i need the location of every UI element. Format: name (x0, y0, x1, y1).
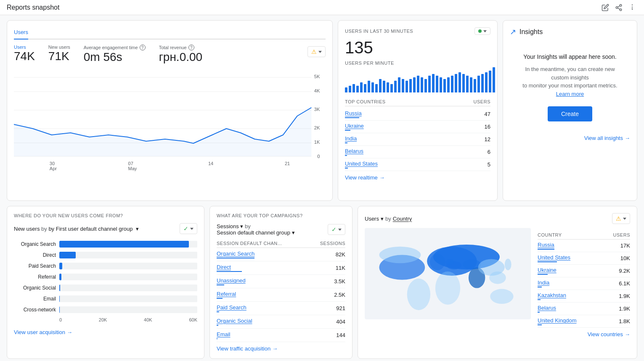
country-count: 47 (485, 111, 490, 117)
country-count: 5 (488, 161, 490, 168)
view-realtime-link[interactable]: View realtime → (345, 174, 490, 181)
country-value: 9.2K (619, 268, 630, 274)
bar (398, 77, 400, 92)
svg-point-26 (379, 247, 421, 264)
country-table-row: United Kingdom 1.8K (538, 315, 630, 328)
country-name[interactable]: Belarus (345, 148, 363, 154)
hbar-row-paid-search: Paid Search (14, 263, 197, 269)
bar (413, 77, 416, 92)
bar (474, 79, 476, 92)
revenue-info-icon[interactable]: ? (188, 45, 194, 50)
country-name[interactable]: Belarus (538, 305, 556, 311)
realtime-dropdown[interactable] (474, 27, 490, 35)
country-name[interactable]: India (538, 279, 549, 286)
bar (432, 74, 435, 92)
country-name[interactable]: United States (538, 254, 570, 261)
chevron-down-icon[interactable]: ▾ (240, 223, 243, 229)
hbar-label: Direct (14, 252, 56, 258)
campaigns-title: Sessions ▾ by (217, 223, 295, 229)
session-value: 82K (336, 251, 345, 258)
session-row: Direct 11K (217, 261, 345, 275)
check-icon: ✓ (331, 226, 337, 233)
country-count: 6 (488, 149, 490, 155)
session-bar (217, 258, 254, 258)
country-bar (538, 261, 557, 262)
arrow-right-icon: → (625, 135, 630, 141)
session-value: 2.5K (334, 292, 345, 298)
bar (470, 77, 472, 92)
country-name[interactable]: Ukraine (345, 123, 364, 129)
chevron-down-icon[interactable]: ▾ (136, 226, 139, 232)
learn-more-link[interactable]: Learn more (556, 91, 584, 97)
hbar-row-email: Email (14, 295, 197, 302)
acquisition-title: New users by by First user default chann… (14, 226, 139, 232)
hbar-fill (59, 241, 189, 248)
campaigns-section-title: WHAT ARE YOUR TOP CAMPAIGNS? (217, 213, 345, 218)
country-name[interactable]: Ukraine (538, 267, 557, 273)
session-name[interactable]: Organic Social (217, 318, 252, 324)
country-name[interactable]: India (345, 135, 357, 142)
view-traffic-link[interactable]: View traffic acquisition → (217, 345, 345, 352)
more-icon[interactable] (627, 3, 637, 13)
insights-card: ↗ Insights Your Insights will appear her… (503, 20, 637, 201)
view-acquisition-link[interactable]: View user acquisition → (14, 329, 197, 335)
hbar-track (59, 241, 197, 248)
session-row: Unassigned 3.5K (217, 275, 345, 288)
view-countries-link[interactable]: View countries → (365, 331, 630, 337)
tab-users[interactable]: Users (14, 27, 28, 40)
session-name[interactable]: Referral (217, 291, 236, 297)
hbar-row-referral: Referral (14, 274, 197, 280)
session-name[interactable]: Email (217, 331, 231, 337)
hbar-track (59, 295, 197, 302)
hbar-track (59, 285, 197, 291)
country-bar (538, 299, 541, 300)
bar (345, 87, 347, 92)
country-value: 10K (620, 255, 630, 261)
chart-x-labels: 30Apr 07May 14 21 (14, 161, 326, 171)
view-all-insights-link[interactable]: View all insights → (510, 135, 630, 141)
country-table-row: United States 10K (538, 252, 630, 265)
world-map-svg (365, 227, 531, 320)
country-name[interactable]: United Kingdom (538, 317, 577, 324)
session-name[interactable]: Paid Search (217, 304, 246, 311)
bar (360, 82, 363, 92)
hbar-row-organic-social: Organic Social (14, 285, 197, 291)
campaigns-header-row: Sessions ▾ by Session default channel gr… (217, 223, 345, 236)
chevron-down-icon[interactable]: ▾ (292, 229, 295, 236)
country-name[interactable]: Kazakhstan (538, 292, 566, 298)
session-name[interactable]: Organic Search (217, 250, 254, 257)
country-name[interactable]: United States (345, 161, 378, 167)
header-icons (600, 3, 637, 13)
svg-point-2 (620, 9, 622, 11)
acquisition-dropdown[interactable]: ✓ (180, 223, 197, 234)
country-name[interactable]: Russia (345, 110, 362, 116)
warning-button[interactable]: ⚠ (307, 46, 326, 57)
session-name[interactable]: Direct (217, 264, 242, 270)
bar (402, 79, 404, 92)
create-button[interactable]: Create (548, 106, 592, 121)
acquisition-bar-chart: Organic Search Direct Paid Search (14, 237, 197, 326)
country-table-row: Ukraine 9.2K (538, 265, 630, 277)
session-value: 144 (336, 332, 345, 338)
country-row-russia: Russia 47 (345, 108, 490, 121)
country-row-ukraine: Ukraine 16 (345, 121, 490, 133)
country-name[interactable]: Russia (538, 242, 554, 248)
svg-point-33 (489, 271, 506, 284)
chevron-down-icon[interactable]: ▾ (381, 216, 384, 222)
share-icon[interactable] (614, 3, 624, 13)
country-bar (345, 142, 347, 143)
engagement-info-icon[interactable]: ? (140, 45, 146, 50)
country-bar (538, 287, 542, 287)
campaigns-dropdown[interactable]: ✓ (328, 224, 345, 235)
session-bar (217, 325, 218, 326)
edit-icon[interactable] (600, 3, 610, 13)
hbar-label: Organic Search (14, 241, 56, 247)
bar (477, 76, 480, 92)
map-dropdown[interactable]: ⚠ (612, 213, 630, 224)
session-name[interactable]: Unassigned (217, 277, 246, 284)
country-bar (345, 117, 359, 118)
insights-desc: In the meantime, you can create new cust… (517, 65, 623, 98)
session-value: 404 (336, 319, 345, 325)
hbar-track (59, 274, 197, 280)
country-count: 16 (485, 124, 490, 130)
